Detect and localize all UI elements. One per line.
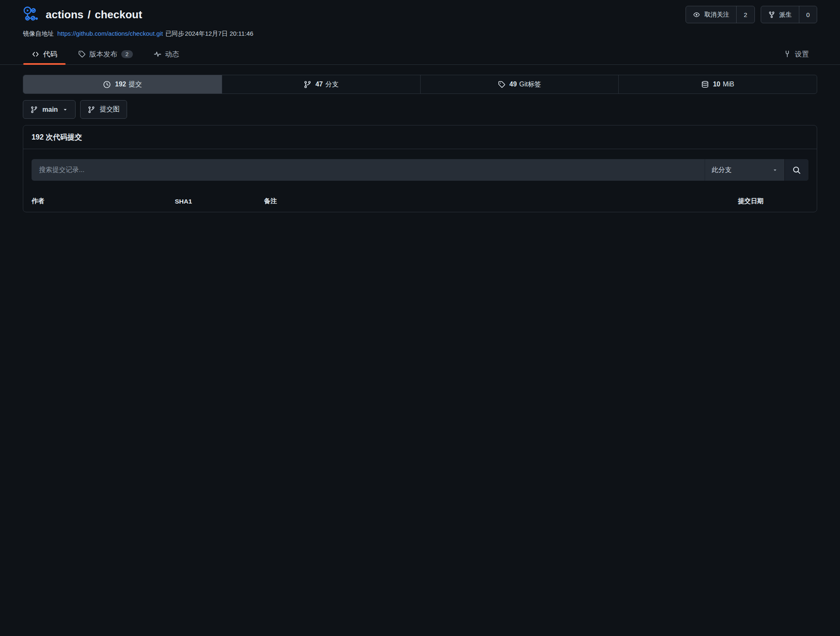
column-date: 提交日期 [647, 197, 764, 206]
branches-count: 47 [316, 81, 323, 88]
mirror-prefix: 镜像自地址 [23, 30, 54, 37]
tab-code-label: 代码 [43, 49, 57, 59]
repo-header: actions/checkout 取消关注 2 派生 0 [0, 0, 840, 23]
repo-actions: 取消关注 2 派生 0 [686, 6, 817, 23]
tag-icon [78, 50, 86, 58]
sync-time: 2024年12月7日 20:11:46 [185, 30, 253, 37]
column-message: 备注 [264, 197, 647, 206]
tab-activity-label: 动态 [165, 49, 179, 59]
stat-tags[interactable]: 49 Git标签 [420, 75, 619, 93]
code-icon [32, 50, 39, 58]
commit-searchbar: 此分支 [32, 159, 808, 181]
repo-avatar-icon [23, 6, 40, 23]
pulse-icon [154, 50, 162, 58]
fork-icon [768, 11, 775, 18]
commit-graph-label: 提交图 [100, 105, 120, 114]
repo-owner-link[interactable]: actions [46, 8, 83, 21]
repo-title: actions/checkout [23, 6, 142, 23]
stat-size[interactable]: 10 MiB [618, 75, 817, 93]
commits-label: 提交 [129, 80, 142, 89]
unwatch-button[interactable]: 取消关注 2 [686, 6, 754, 23]
branch-scope-dropdown[interactable]: 此分支 [705, 159, 784, 181]
commits-table-header: 作者 SHA1 备注 提交日期 [23, 191, 817, 212]
tab-settings[interactable]: 设置 [775, 44, 817, 64]
branch-scope-label: 此分支 [712, 166, 732, 174]
branch-icon [30, 106, 38, 113]
tab-code[interactable]: 代码 [23, 44, 66, 64]
current-branch: main [42, 106, 58, 113]
watchers-count[interactable]: 2 [736, 6, 754, 23]
clock-history-icon [103, 81, 111, 88]
chevron-down-icon [62, 107, 68, 113]
repo-title-separator: / [88, 8, 91, 21]
tag-icon [498, 81, 505, 88]
commits-heading: 192 次代码提交 [23, 125, 817, 149]
fork-label: 派生 [779, 11, 792, 19]
stat-commits[interactable]: 192 提交 [23, 75, 222, 93]
tags-label: Git标签 [519, 80, 541, 89]
size-count: 10 [713, 81, 720, 88]
forks-count[interactable]: 0 [799, 6, 817, 23]
commits-panel: 192 次代码提交 此分支 作者 SHA1 备注 提交日期 [23, 125, 817, 212]
branch-selector[interactable]: main [23, 100, 76, 119]
chevron-down-icon [772, 167, 778, 173]
commit-search-row: 此分支 [23, 149, 817, 181]
repo-name-link[interactable]: checkout [95, 8, 142, 21]
sync-label: 已同步 [165, 30, 184, 37]
tags-count: 49 [509, 81, 517, 88]
stat-branches[interactable]: 47 分支 [222, 75, 420, 93]
branch-toolbar: main 提交图 [23, 100, 817, 119]
tab-activity[interactable]: 动态 [145, 44, 188, 64]
tab-settings-label: 设置 [795, 49, 809, 59]
branch-icon [304, 81, 311, 88]
graph-icon [88, 106, 95, 113]
unwatch-label: 取消关注 [704, 11, 729, 19]
commit-graph-button[interactable]: 提交图 [80, 100, 127, 119]
fork-button[interactable]: 派生 0 [761, 6, 817, 23]
mirror-url-link[interactable]: https://github.com/actions/checkout.git [57, 30, 163, 37]
column-sha: SHA1 [175, 198, 264, 205]
wrench-icon [784, 50, 791, 58]
tab-releases-label: 版本发布 [89, 49, 118, 59]
repo-stats-bar: 192 提交 47 分支 49 Git标签 10 MiB [23, 75, 817, 94]
search-button[interactable] [784, 159, 808, 181]
column-author: 作者 [32, 197, 175, 206]
branches-label: 分支 [326, 80, 339, 89]
eye-icon [693, 11, 700, 18]
mirror-info: 镜像自地址https://github.com/actions/checkout… [0, 23, 840, 38]
releases-count-badge: 2 [121, 50, 133, 58]
database-icon [701, 81, 709, 88]
search-commits-input[interactable] [32, 159, 705, 181]
commits-count: 192 [115, 81, 126, 88]
tab-releases[interactable]: 版本发布 2 [70, 44, 141, 64]
repo-tabs: 代码 版本发布 2 动态 设置 [0, 44, 840, 65]
search-icon [792, 166, 801, 174]
size-label: MiB [723, 81, 735, 88]
